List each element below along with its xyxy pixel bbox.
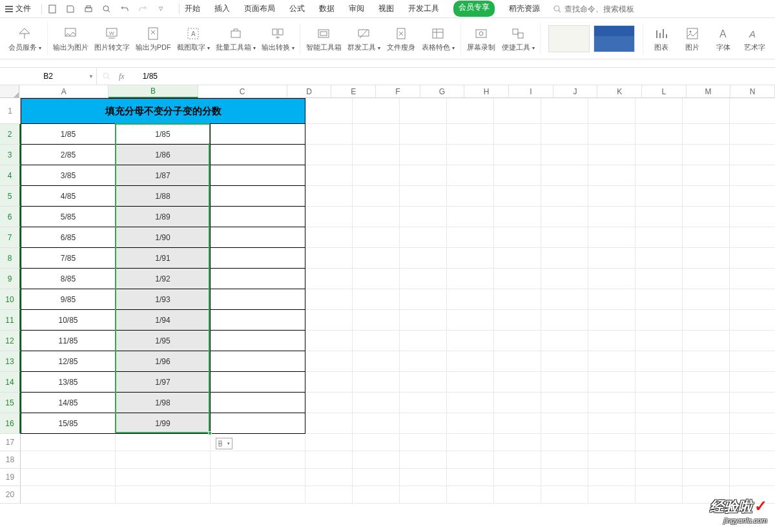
new-icon[interactable] xyxy=(47,4,57,14)
cell-I2[interactable] xyxy=(541,124,588,145)
cell-B16[interactable]: 1/99 xyxy=(116,413,211,434)
cell-A4[interactable]: 3/85 xyxy=(21,165,116,186)
cell-F17[interactable] xyxy=(400,434,447,451)
cell-K14[interactable] xyxy=(636,372,683,393)
cell-A13[interactable]: 12/85 xyxy=(21,351,116,372)
cell-M3[interactable] xyxy=(730,145,775,165)
cell-D7[interactable] xyxy=(305,227,353,248)
cell-M12[interactable] xyxy=(730,331,775,351)
cell-K8[interactable] xyxy=(636,248,683,269)
cell-D8[interactable] xyxy=(305,248,353,269)
cells-area[interactable]: 填充分母不变分子变的分数1/851/852/851/863/851/874/85… xyxy=(21,98,775,504)
col-header-C[interactable]: C xyxy=(198,85,287,98)
cell-D18[interactable] xyxy=(305,451,353,469)
cell-G18[interactable] xyxy=(447,451,494,469)
cell-H5[interactable] xyxy=(494,186,541,207)
search-input[interactable] xyxy=(564,5,661,14)
tab-3[interactable]: 公式 xyxy=(289,1,305,17)
row-header-6[interactable]: 6 xyxy=(0,207,21,227)
cell-H18[interactable] xyxy=(494,451,541,469)
cell-D5[interactable] xyxy=(305,186,353,207)
tab-2[interactable]: 页面布局 xyxy=(244,1,275,17)
cell-F18[interactable] xyxy=(400,451,447,469)
title-cell[interactable]: 填充分母不变分子变的分数 xyxy=(21,98,305,124)
cell-A12[interactable]: 11/85 xyxy=(21,331,116,351)
cell-H20[interactable] xyxy=(494,486,541,504)
col-header-E[interactable]: E xyxy=(331,85,376,98)
cell-L8[interactable] xyxy=(683,248,730,269)
row-header-5[interactable]: 5 xyxy=(0,186,21,207)
ribbon-会员服务[interactable]: 会员服务 ▾ xyxy=(5,25,45,52)
cell-J12[interactable] xyxy=(588,331,636,351)
cell-B4[interactable]: 1/87 xyxy=(116,165,211,186)
cell-E15[interactable] xyxy=(353,393,400,413)
cell-M11[interactable] xyxy=(730,310,775,331)
cell-G3[interactable] xyxy=(447,145,494,165)
cell-J5[interactable] xyxy=(588,186,636,207)
cell-J16[interactable] xyxy=(588,413,636,434)
cell-F9[interactable] xyxy=(400,269,447,289)
cell-B9[interactable]: 1/92 xyxy=(116,269,211,289)
cell-F14[interactable] xyxy=(400,372,447,393)
cell-I19[interactable] xyxy=(541,469,588,486)
col-header-M[interactable]: M xyxy=(687,85,731,98)
template-thumb[interactable] xyxy=(594,25,635,52)
cell-H7[interactable] xyxy=(494,227,541,248)
cell-J13[interactable] xyxy=(588,351,636,372)
row-header-18[interactable]: 18 xyxy=(0,451,21,469)
col-header-A[interactable]: A xyxy=(19,85,108,98)
cell-K9[interactable] xyxy=(636,269,683,289)
cell-K2[interactable] xyxy=(636,124,683,145)
cell-A3[interactable]: 2/85 xyxy=(21,145,116,165)
save-icon[interactable] xyxy=(65,4,76,14)
fx-icon[interactable]: fx xyxy=(119,72,125,81)
cell-C11[interactable] xyxy=(211,310,305,331)
row-header-17[interactable]: 17 xyxy=(0,434,21,451)
cell-A6[interactable]: 5/85 xyxy=(21,207,116,227)
cell-I8[interactable] xyxy=(541,248,588,269)
col-header-I[interactable]: I xyxy=(509,85,553,98)
cell-K12[interactable] xyxy=(636,331,683,351)
row-header-15[interactable]: 15 xyxy=(0,393,21,413)
cell-I4[interactable] xyxy=(541,165,588,186)
cell-J20[interactable] xyxy=(588,486,636,504)
tab-8[interactable]: 会员专享 xyxy=(453,1,495,17)
cell-J4[interactable] xyxy=(588,165,636,186)
cell-L12[interactable] xyxy=(683,331,730,351)
cell-E17[interactable] xyxy=(353,434,400,451)
cell-G7[interactable] xyxy=(447,227,494,248)
cell-A16[interactable]: 15/85 xyxy=(21,413,116,434)
cell-J9[interactable] xyxy=(588,269,636,289)
cell-M17[interactable] xyxy=(730,434,775,451)
cell-M7[interactable] xyxy=(730,227,775,248)
cell-B20[interactable] xyxy=(116,486,211,504)
cell-L6[interactable] xyxy=(683,207,730,227)
cell-H4[interactable] xyxy=(494,165,541,186)
cell-F4[interactable] xyxy=(400,165,447,186)
cell-K5[interactable] xyxy=(636,186,683,207)
ribbon-文件瘦身[interactable]: 文件瘦身 xyxy=(384,25,418,52)
cell-F19[interactable] xyxy=(400,469,447,486)
cell-C5[interactable] xyxy=(211,186,305,207)
row-header-16[interactable]: 16 xyxy=(0,413,21,434)
cell-M2[interactable] xyxy=(730,124,775,145)
cell-F16[interactable] xyxy=(400,413,447,434)
cell-B2[interactable]: 1/85 xyxy=(116,124,211,145)
cell-I15[interactable] xyxy=(541,393,588,413)
cell-L4[interactable] xyxy=(683,165,730,186)
tab-9[interactable]: 稻壳资源 xyxy=(509,1,540,17)
col-header-G[interactable]: G xyxy=(420,85,465,98)
cell-J2[interactable] xyxy=(588,124,636,145)
cell-A20[interactable] xyxy=(21,486,116,504)
cell-D4[interactable] xyxy=(305,165,353,186)
file-menu[interactable]: 文件 xyxy=(5,3,31,14)
ribbon-图片转文字[interactable]: W图片转文字 xyxy=(91,25,132,52)
cell-C18[interactable] xyxy=(211,451,305,469)
cell-A14[interactable]: 13/85 xyxy=(21,372,116,393)
cell-G12[interactable] xyxy=(447,331,494,351)
cell-H16[interactable] xyxy=(494,413,541,434)
cell-L16[interactable] xyxy=(683,413,730,434)
ribbon-字体[interactable]: A字体 xyxy=(708,25,739,52)
cell-F2[interactable] xyxy=(400,124,447,145)
formula-input[interactable] xyxy=(130,72,775,81)
